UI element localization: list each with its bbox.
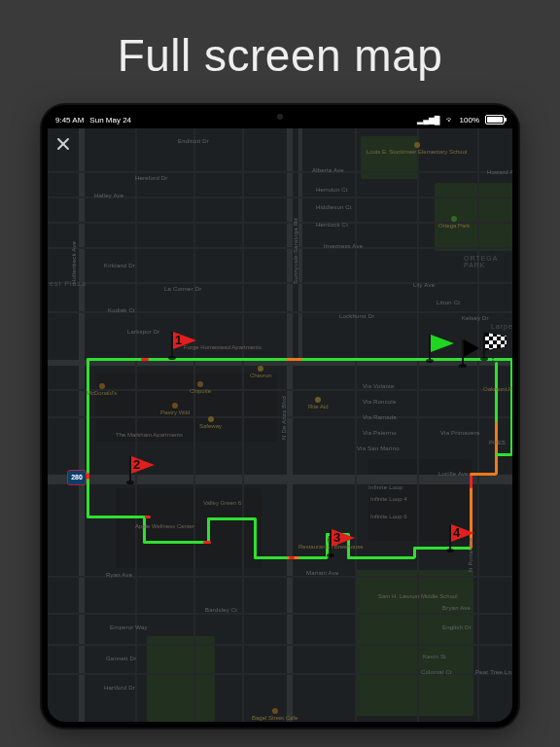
street-label: Colonial Ct	[421, 669, 452, 675]
area-label: est Plaza	[50, 280, 87, 287]
battery-icon	[485, 115, 505, 124]
street-label: Herndon Ct	[316, 187, 348, 193]
street-label: Ryan Ave	[106, 572, 132, 578]
street-label: Bryan Ave	[442, 605, 471, 611]
poi-label[interactable]: Sam H. Lawson Middle School	[378, 593, 458, 599]
poi-label[interactable]: Safeway	[199, 416, 222, 429]
street-label: Lucille Ave	[438, 471, 469, 477]
street-label: Kevin St	[423, 654, 446, 659]
street-label: Kelsey Dr	[462, 315, 489, 321]
status-time: 9:45 AM	[55, 116, 84, 124]
poi-label[interactable]: Pastry Wild	[160, 403, 190, 415]
poi-label[interactable]: Infinite Loop 4	[370, 496, 407, 502]
wifi-icon: ᯤ	[446, 116, 454, 124]
signal-icon: ▂▄▆█	[417, 116, 439, 124]
street-label: Via Ramada	[363, 414, 397, 420]
street-label: N Portal Ave	[468, 537, 473, 572]
street-label: Bardsley Ct	[205, 607, 237, 613]
street-label: Via Roncole	[363, 399, 396, 405]
street-label: Halley Ave	[94, 193, 123, 198]
close-button[interactable]	[53, 134, 73, 154]
street-label: Kirkland Dr	[104, 263, 135, 268]
street-label: Infinite Loop	[368, 484, 402, 490]
street-label: Howard Ave	[487, 169, 512, 175]
status-bar: 9:45 AM Sun May 24 ▂▄▆█ ᯤ 100%	[42, 113, 518, 126]
battery-pct: 100%	[460, 116, 479, 124]
area-label: ORTEGA PARK	[464, 255, 512, 268]
street-label: Via Primavera	[440, 430, 479, 436]
poi-label[interactable]: Bagel Street Cafe	[252, 708, 298, 721]
poi-label[interactable]: POES	[489, 440, 506, 445]
street-label: Alberta Ave	[312, 167, 344, 173]
poi-label[interactable]: Chevron	[250, 366, 272, 378]
street-label: Via San Marino	[357, 445, 400, 451]
device-frame: 9:45 AM Sun May 24 ▂▄▆█ ᯤ 100%	[42, 105, 518, 728]
street-label: Pear Tree Ln	[475, 669, 511, 675]
street-label: Kodiak Ct	[108, 307, 135, 313]
street-label: Hollenbeck Ave	[71, 241, 77, 284]
street-label: Litton Ct	[437, 300, 460, 305]
poi-label[interactable]: Apple Wellness Center	[135, 523, 194, 529]
street-label: Via Palermo	[363, 430, 397, 436]
street-label: Gannett Dr	[106, 656, 136, 661]
street-label: English Dr	[442, 624, 472, 630]
street-label: Hartford Dr	[104, 685, 135, 691]
poi-label[interactable]: Oakmont Produce Market	[483, 379, 512, 392]
street-label: Emperor Way	[110, 624, 148, 630]
poi-label[interactable]: Ortega Park	[438, 216, 470, 229]
street-label: Lily Ave	[413, 282, 435, 288]
poi-label[interactable]: The Markham Apartments	[116, 432, 183, 438]
poi-label[interactable]: Louis E. Stocklmeir Elementary School	[367, 142, 467, 155]
street-label: Inverness Ave	[324, 243, 363, 249]
street-label: Hemlock Ct	[316, 222, 348, 228]
status-date: Sun May 24	[89, 116, 131, 124]
poi-label[interactable]: Chipotle	[190, 381, 211, 394]
street-label: Hiddleson Ct	[316, 204, 352, 210]
poi-label[interactable]: Valley Green 6	[203, 500, 241, 506]
street-label: Larkspur Dr	[127, 329, 160, 335]
street-label: Endicott Dr	[178, 138, 209, 144]
poi-label[interactable]: McDonald's	[87, 383, 117, 396]
area-label: Larpen	[491, 323, 512, 330]
poi-label[interactable]: Infinite Loop 6	[370, 514, 407, 519]
street-label: Hereford Dr	[135, 175, 168, 181]
street-label: N De Anza Blvd	[281, 396, 287, 440]
page-title: Full screen map	[0, 29, 560, 82]
street-label: Sunnyvale-Saratoga Rd	[293, 218, 298, 284]
street-label: La Conner Dr	[164, 286, 201, 292]
street-label: Via Volante	[363, 383, 394, 389]
street-label: Mariani Ave	[306, 570, 338, 576]
map-canvas[interactable]: 280	[48, 128, 512, 722]
street-label: Lockhurst Dr	[339, 313, 374, 319]
poi-label[interactable]: Rite Aid	[308, 397, 329, 409]
